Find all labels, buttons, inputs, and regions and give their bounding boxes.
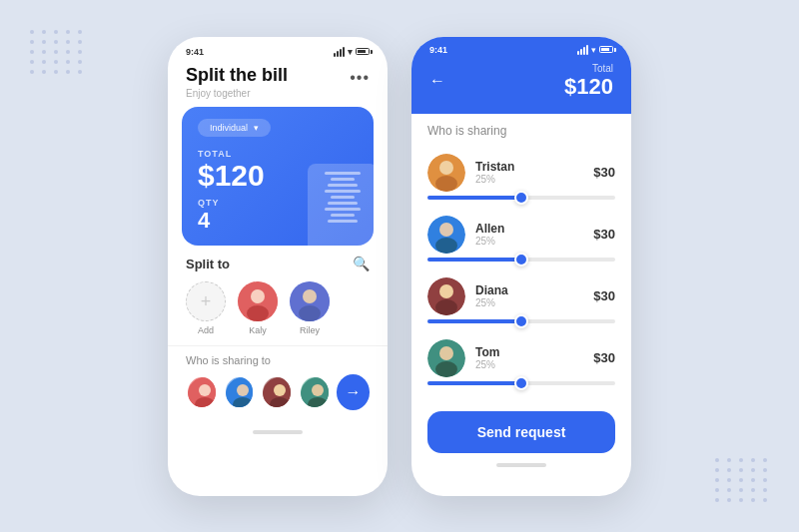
person-info: Diana 25% xyxy=(475,283,583,308)
svg-point-16 xyxy=(312,384,324,396)
signal-icon-right xyxy=(577,45,588,55)
who-is-sharing-section: Who is sharing to xyxy=(168,345,388,422)
svg-point-7 xyxy=(199,384,211,396)
avatar xyxy=(427,277,465,315)
individual-dropdown[interactable]: Individual ▾ xyxy=(198,119,271,137)
split-to-section: Split to 🔍 + Add Kaly xyxy=(168,246,388,341)
home-indicator-right xyxy=(496,463,546,467)
person-amount: $30 xyxy=(593,165,615,180)
sharing-avatar xyxy=(299,375,331,409)
svg-point-26 xyxy=(435,299,457,315)
person-row: Tom 25% $30 xyxy=(427,331,615,379)
wifi-icon-right: ▾ xyxy=(591,45,596,55)
total-label: TOTAL xyxy=(198,149,358,159)
person-pct: 25% xyxy=(475,174,583,185)
who-sharing-label: Who is sharing xyxy=(427,124,615,138)
dropdown-label: Individual xyxy=(210,123,248,133)
person-row: Diana 25% $30 xyxy=(427,269,615,317)
svg-point-13 xyxy=(274,384,286,396)
split-title: Split to xyxy=(186,257,230,271)
person-info: Allen 25% xyxy=(475,222,583,247)
person-amount: $30 xyxy=(593,227,615,242)
sharing-avatar xyxy=(224,375,256,409)
svg-point-10 xyxy=(237,384,249,396)
battery-icon-right xyxy=(599,46,613,53)
avatar xyxy=(238,281,278,321)
svg-point-25 xyxy=(439,284,453,298)
search-icon[interactable]: 🔍 xyxy=(353,256,370,271)
total-amount-right: $120 xyxy=(564,74,613,100)
time-right: 9:41 xyxy=(429,45,447,55)
avatar xyxy=(290,281,330,321)
list-item[interactable]: Kaly xyxy=(238,281,278,335)
person-row: Allen 25% $30 xyxy=(427,208,615,256)
person-amount: $30 xyxy=(593,288,615,303)
back-button[interactable]: ← xyxy=(429,72,445,90)
slider-tristan[interactable] xyxy=(427,194,615,208)
next-button[interactable]: → xyxy=(337,374,370,410)
person-name: Riley xyxy=(300,325,320,335)
svg-point-2 xyxy=(247,305,269,321)
top-bar: 9:41 ▾ ← xyxy=(411,37,631,114)
send-request-button[interactable]: Send request xyxy=(427,411,615,453)
signal-icon xyxy=(334,47,345,57)
svg-point-19 xyxy=(439,161,453,175)
person-amount: $30 xyxy=(593,350,615,365)
more-button[interactable]: ••• xyxy=(350,69,370,87)
person-pct: 25% xyxy=(475,297,583,308)
svg-point-5 xyxy=(299,305,321,321)
person-row: Tristan 25% $30 xyxy=(427,146,615,194)
svg-point-23 xyxy=(435,238,457,254)
add-person-button[interactable]: + Add xyxy=(186,281,226,335)
avatar xyxy=(427,154,465,192)
svg-point-28 xyxy=(439,346,453,360)
slider-allen[interactable] xyxy=(427,256,615,269)
battery-icon xyxy=(356,48,370,55)
svg-point-20 xyxy=(435,176,457,192)
right-phone: 9:41 ▾ ← xyxy=(411,37,631,496)
person-pct: 25% xyxy=(475,359,583,370)
arrow-icon: → xyxy=(345,383,361,401)
person-pct: 25% xyxy=(475,236,583,247)
person-name: Tristan xyxy=(475,160,583,174)
receipt-icon xyxy=(308,164,374,246)
slider-tom[interactable] xyxy=(427,379,615,393)
sharing-avatar xyxy=(186,375,218,409)
page-subtitle: Enjoy together xyxy=(186,88,288,99)
person-info: Tristan 25% xyxy=(475,160,583,185)
time-left: 9:41 xyxy=(186,47,204,57)
list-item[interactable]: Riley xyxy=(290,281,330,335)
add-label: Add xyxy=(198,325,214,335)
slider-diana[interactable] xyxy=(427,317,615,331)
person-name: Tom xyxy=(475,345,583,359)
left-phone: 9:41 ▾ Split the bill Enjoy together xyxy=(168,37,388,496)
status-icons-left: ▾ xyxy=(334,47,370,57)
wifi-icon: ▾ xyxy=(348,47,353,57)
page-title: Split the bill xyxy=(186,65,288,87)
status-icons-right: ▾ xyxy=(577,45,613,55)
page-header: Split the bill Enjoy together ••• xyxy=(168,61,388,108)
svg-point-4 xyxy=(303,289,317,303)
home-indicator xyxy=(253,430,303,434)
add-icon: + xyxy=(186,281,226,321)
blue-card: Individual ▾ TOTAL $120 QTY 4 xyxy=(182,107,374,246)
avatar xyxy=(427,339,465,377)
person-info: Tom 25% xyxy=(475,345,583,370)
dropdown-chevron: ▾ xyxy=(254,123,259,133)
sharing-avatar xyxy=(261,375,293,409)
person-name: Kaly xyxy=(249,325,267,335)
sharing-avatars: → xyxy=(186,374,370,410)
avatar xyxy=(427,216,465,254)
svg-point-1 xyxy=(251,289,265,303)
person-name: Allen xyxy=(475,222,583,236)
status-bar-left: 9:41 ▾ xyxy=(168,37,388,61)
sharing-content: Who is sharing Tristan 25% $30 xyxy=(411,114,631,403)
people-list: + Add Kaly xyxy=(186,281,370,335)
svg-point-29 xyxy=(435,361,457,377)
sharing-title: Who is sharing to xyxy=(186,354,370,366)
person-name: Diana xyxy=(475,283,583,297)
svg-point-22 xyxy=(439,223,453,237)
total-label-right: Total xyxy=(564,63,613,74)
